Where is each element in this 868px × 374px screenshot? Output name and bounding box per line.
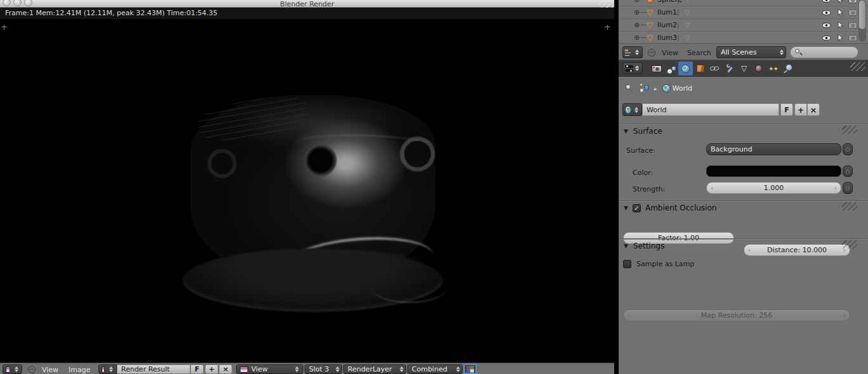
outliner-row-ilum2[interactable]: ⊕ ▽ Ilum2 | ▽ (619, 19, 868, 32)
collapse-menus-icon[interactable]: − (648, 49, 655, 56)
world-globe-icon (681, 65, 690, 73)
updown-arrows-icon (454, 366, 462, 372)
outliner-row-ilum3[interactable]: ⊕ ▽ Ilum3 | ▽ (619, 32, 868, 43)
new-world-button[interactable]: + (794, 103, 807, 116)
collapse-triangle-icon[interactable]: ▼ (624, 205, 628, 211)
object-name[interactable]: Ilum2 (657, 21, 677, 29)
slider-right-arrow-icon[interactable]: › (834, 183, 837, 193)
expand-icon[interactable]: ⊕ (634, 21, 640, 29)
render-layer-dropdown[interactable]: RenderLayer (343, 364, 406, 374)
visibility-eye-icon[interactable] (822, 0, 831, 3)
visibility-eye-icon[interactable] (822, 35, 831, 41)
expand-region-icon-right[interactable]: + (603, 23, 612, 31)
updown-arrows-icon (107, 366, 115, 372)
tab-render[interactable] (649, 61, 664, 75)
collapse-triangle-icon[interactable]: ▼ (624, 128, 628, 134)
collapse-menus-icon[interactable]: − (28, 366, 36, 373)
editor-type-button[interactable] (622, 62, 643, 74)
breadcrumb-context[interactable]: World (662, 84, 693, 93)
panel-drag-widget[interactable] (842, 202, 857, 210)
browse-world-button[interactable] (622, 103, 642, 116)
surface-panel-header[interactable]: ▼ Surface (624, 127, 662, 136)
surface-type-dropdown[interactable]: Background (706, 143, 841, 155)
render-pass-dropdown[interactable]: Combined (407, 364, 463, 374)
browse-image-button[interactable] (98, 364, 117, 374)
outliner-scrollbar-thumb[interactable] (859, 1, 865, 29)
expand-icon[interactable]: ⊕ (634, 0, 640, 4)
selectable-cursor-icon[interactable] (837, 21, 843, 30)
unlink-image-button[interactable]: × (219, 364, 232, 374)
object-name[interactable]: Ilum3 (657, 34, 677, 42)
strength-slider[interactable]: ‹ 1.000 › (706, 182, 841, 194)
screenshot-root: Blender Render Frame:1 Mem:12.41M (12.11… (0, 0, 868, 374)
menu-view[interactable]: View (42, 366, 58, 374)
settings-panel-header[interactable]: ▼ Settings (624, 242, 664, 250)
mesh-data-icon: ▽ (685, 0, 690, 4)
view-mode-dropdown[interactable]: View (236, 364, 303, 374)
expand-icon[interactable]: ⊕ (634, 8, 640, 16)
visibility-eye-icon[interactable] (822, 10, 831, 16)
tab-constraints[interactable] (707, 61, 722, 75)
render-result-image[interactable]: + + (0, 19, 614, 363)
slider-left-arrow-icon[interactable]: ‹ (711, 183, 713, 193)
editor-type-button[interactable] (3, 364, 22, 374)
node-socket-button[interactable]: ○ (843, 143, 853, 155)
image-name-field[interactable]: Render Result (117, 364, 190, 374)
renderable-camera-icon[interactable] (848, 35, 857, 41)
header-corner-widget[interactable] (850, 62, 865, 71)
tab-scene[interactable] (664, 61, 678, 75)
outliner-header: − View Search All Scenes (619, 43, 868, 60)
slider-right-arrow-icon[interactable]: › (843, 310, 846, 321)
sample-as-lamp-checkbox[interactable] (623, 260, 631, 268)
slot-dropdown[interactable]: Slot 3 (305, 364, 342, 374)
menu-view[interactable]: View (662, 49, 678, 57)
expand-icon[interactable]: ⊕ (634, 34, 640, 42)
slider-left-arrow-icon[interactable]: ‹ (628, 310, 630, 321)
scene-icon[interactable] (640, 84, 649, 93)
outliner-row-ilum1[interactable]: ⊕ ▽ Ilum1 | ▽ (619, 6, 868, 19)
selectable-cursor-icon[interactable] (837, 34, 843, 42)
node-socket-button[interactable]: ○ (843, 182, 853, 194)
object-name[interactable]: Ilum1 (657, 8, 677, 16)
visibility-eye-icon[interactable] (822, 22, 831, 29)
display-mode-dropdown[interactable]: All Scenes (716, 46, 786, 58)
pin-icon[interactable] (623, 82, 636, 95)
panel-drag-widget[interactable] (842, 240, 857, 248)
tab-material[interactable] (751, 61, 766, 75)
panel-drag-widget[interactable] (842, 126, 857, 134)
unlink-world-button[interactable]: × (807, 103, 820, 116)
search-input[interactable] (790, 46, 858, 58)
expand-region-icon-left[interactable]: + (0, 23, 8, 31)
world-name-field[interactable]: World (642, 103, 779, 116)
panel-divider (619, 200, 868, 202)
new-image-button[interactable]: + (205, 364, 218, 374)
collapse-triangle-icon[interactable]: ▼ (624, 243, 628, 249)
tab-particles[interactable]: ✦✦ (766, 61, 780, 75)
ao-distance-slider[interactable]: ‹ Distance: 10.000 › (744, 244, 850, 256)
tab-object[interactable] (693, 61, 707, 75)
renderable-camera-icon[interactable] (848, 22, 857, 29)
display-rgb-toggle[interactable] (464, 364, 477, 374)
editor-type-button[interactable] (622, 46, 643, 58)
tab-modifiers[interactable] (722, 61, 737, 75)
tab-object-data[interactable]: ▽ (737, 61, 751, 75)
node-socket-button[interactable]: ○ (843, 165, 853, 177)
window-titlebar[interactable]: Blender Render (0, 0, 614, 8)
ambient-occlusion-checkbox[interactable]: ✓ (633, 204, 641, 212)
tab-world[interactable] (678, 61, 693, 75)
menu-image[interactable]: Image (69, 366, 90, 374)
fake-user-button[interactable]: F (780, 103, 793, 116)
search-icon (794, 48, 803, 56)
menu-search[interactable]: Search (687, 49, 711, 57)
slider-left-arrow-icon[interactable]: ‹ (748, 245, 751, 255)
renderable-camera-icon[interactable] (848, 0, 857, 3)
ambient-occlusion-panel-header[interactable]: ▼ ✓ Ambient Occlusion (624, 203, 716, 212)
selectable-cursor-icon[interactable] (837, 8, 843, 17)
renderable-camera-icon[interactable] (848, 10, 857, 16)
tab-physics[interactable] (780, 61, 795, 75)
map-resolution-slider[interactable]: ‹ Map Resolution: 256 › (623, 309, 850, 321)
fake-user-button[interactable]: F (190, 364, 204, 374)
outliner-row-sphere[interactable]: ⊕ Sphere | ▽ ⁘ (619, 0, 868, 6)
selectable-cursor-icon[interactable] (837, 0, 843, 4)
color-swatch[interactable] (706, 165, 841, 177)
